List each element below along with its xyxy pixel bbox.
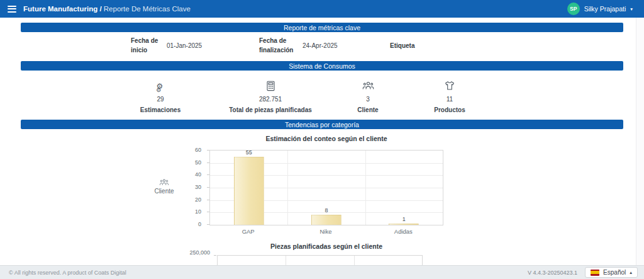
x-tick-label: GAP [242,228,255,235]
bar-value-label: 55 [246,149,252,156]
clients-icon [159,178,169,186]
bar-value-label: 8 [325,207,328,214]
chart2-title: Piezas planificadas según el cliente [209,242,443,250]
version-text: V 4.4.3-20250423.1 [528,270,577,276]
section-header-trends-label: Tendencias por categoría [285,121,359,128]
category-axis-text: Cliente [144,188,184,195]
metric-label: Productos [380,106,519,113]
end-date-value: 24-Apr-2025 [303,42,338,49]
y-tick-label: 50 [195,159,201,166]
y-tick-label: 40 [195,171,201,178]
chart1-plot: 5581 [209,150,443,225]
bar-nike[interactable] [311,215,341,225]
y-tick-label: 30 [195,184,201,190]
x-tick-label: Nike [319,228,331,235]
grid-line-v [354,256,355,265]
metric-productos: 11 Productos [380,81,519,113]
chevron-up-icon: ▴ [630,270,632,275]
footer: © All rights reserved. A product of Coat… [0,265,644,279]
chart1-title: Estimación del conteo según el cliente [209,135,443,142]
breadcrumb: Future Manufacturing / Reporte De Métric… [23,5,191,13]
copyright-text: © All rights reserved. A product of Coat… [9,270,126,276]
field-end-date: Fecha de finalización 24-Apr-2025 [259,36,338,55]
end-date-label: Fecha de finalización [259,36,297,55]
grid-line-v [365,151,366,225]
spain-flag-icon [591,270,599,276]
avatar[interactable]: SP [567,3,580,15]
section-header-consumos: Sistema de Consumos [21,61,623,71]
section-header-trends: Tendencias por categoría [21,120,623,129]
etiqueta-label: Etiqueta [390,41,414,50]
bar-gap[interactable] [234,157,264,225]
tshirt-icon [380,81,519,93]
page-title: Reporte De Métricas Clave [104,5,191,13]
start-date-label: Fecha de inicio [131,36,161,55]
language-label: Español [603,269,626,276]
y-tick-label: 0 [198,221,201,227]
user-name: Silky Prajapati [584,5,626,13]
y-tick-label: 10 [195,208,201,215]
chart2-y-tick-label: 250,000 [170,249,210,256]
start-date-value: 01-Jan-2025 [167,42,202,49]
section-header-consumos-label: Sistema de Consumos [289,62,355,70]
chevron-down-icon: ▾ [630,6,633,12]
y-tick-label: 20 [195,196,201,203]
section-header-report: Reporte de métricas clave [21,23,623,32]
x-tick-label: Adidas [394,228,413,235]
top-navbar: Future Manufacturing / Reporte De Métric… [0,0,644,18]
grid-line-v [287,151,288,225]
chart2-tick-mark [214,255,216,256]
user-menu[interactable]: SP Silky Prajapati ▾ [567,3,636,15]
category-axis-label: Cliente [144,178,184,195]
field-start-date: Fecha de inicio 01-Jan-2025 [131,36,202,55]
app-title: Future Manufacturing / [23,5,102,13]
section-header-report-label: Reporte de métricas clave [284,24,360,31]
chart1-xlabels: GAPNikeAdidas [209,228,443,236]
metric-value: 11 [380,96,519,103]
language-selector-button[interactable]: Español ▴ [585,267,638,278]
chart2-plot [217,255,423,265]
bar-adidas[interactable] [389,224,419,225]
scrollbar-track[interactable] [636,18,644,265]
menu-icon[interactable] [8,6,16,13]
grid-line-v [286,256,286,265]
chart1-yaxis: 0102030405060 [181,150,206,225]
field-etiqueta: Etiqueta [390,36,420,55]
y-tick-label: 60 [195,147,201,153]
bar-value-label: 1 [402,216,406,222]
